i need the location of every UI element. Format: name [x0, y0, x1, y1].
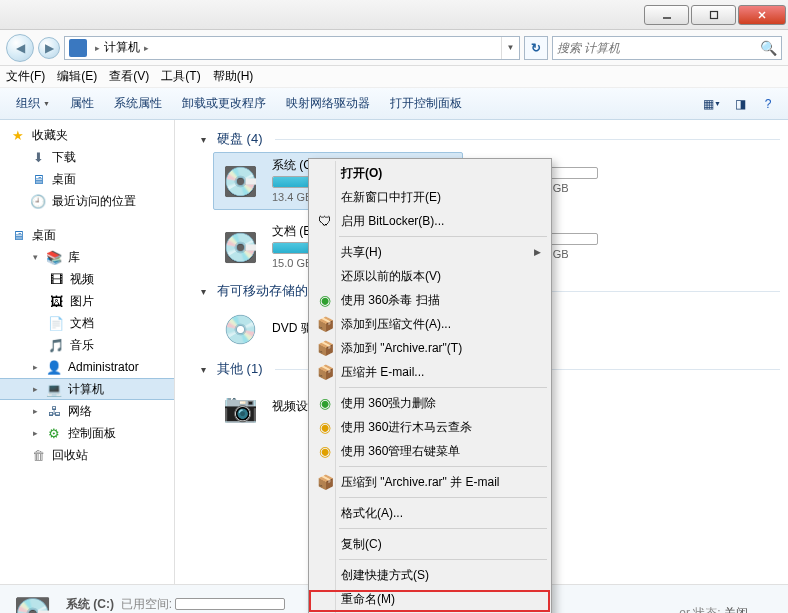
forward-button[interactable]: ▶ [38, 37, 60, 59]
ctx-open-new-window[interactable]: 在新窗口中打开(E) [311, 185, 549, 209]
dvd-icon: 💿 [218, 309, 262, 349]
toolbar-uninstall[interactable]: 卸载或更改程序 [172, 91, 276, 116]
toolbar-properties[interactable]: 属性 [60, 91, 104, 116]
minimize-button[interactable] [644, 5, 689, 25]
ctx-format[interactable]: 格式化(A)... [311, 501, 549, 525]
expand-icon[interactable]: ▸ [30, 406, 40, 416]
user-icon: 👤 [46, 359, 62, 375]
ctx-360-trojan-scan[interactable]: ◉使用 360进行木马云查杀 [311, 415, 549, 439]
video-icon: 🎞 [48, 271, 64, 287]
star-icon: ★ [10, 127, 26, 143]
breadcrumb-computer[interactable]: 计算机 [104, 39, 140, 56]
close-button[interactable] [738, 5, 786, 25]
toolbar-organize[interactable]: 组织▼ [6, 91, 60, 116]
ctx-360-scan[interactable]: ◉使用 360杀毒 扫描 [311, 288, 549, 312]
window-titlebar [0, 0, 788, 30]
computer-icon: 💻 [46, 381, 62, 397]
ctx-copy[interactable]: 复制(C) [311, 532, 549, 556]
menu-help[interactable]: 帮助(H) [213, 68, 254, 85]
navigation-pane: ★收藏夹 ⬇下载 🖥桌面 🕘最近访问的位置 🖥桌面 ▾📚库 🎞视频 🖼图片 📄文… [0, 120, 175, 584]
menu-tools[interactable]: 工具(T) [161, 68, 200, 85]
preview-pane-button[interactable]: ◨ [726, 92, 754, 116]
tree-recycle[interactable]: 🗑回收站 [0, 444, 174, 466]
tree-music[interactable]: 🎵音乐 [0, 334, 174, 356]
webcam-icon: 📷 [218, 387, 262, 427]
hdd-icon: 💽 [218, 227, 262, 267]
address-dropdown[interactable]: ▼ [501, 37, 519, 59]
collapse-icon[interactable]: ▾ [30, 252, 40, 262]
ctx-add-to-archive-rar[interactable]: 📦添加到 "Archive.rar"(T) [311, 336, 549, 360]
navigation-bar: ◀ ▶ ▸计算机▸ ▼ ↻ 🔍 [0, 30, 788, 66]
ctx-compress-to-email[interactable]: 📦压缩到 "Archive.rar" 并 E-mail [311, 470, 549, 494]
tree-administrator[interactable]: ▸👤Administrator [0, 356, 174, 378]
help-button[interactable]: ? [754, 92, 782, 116]
address-bar[interactable]: ▸计算机▸ ▼ [64, 36, 520, 60]
search-box[interactable]: 🔍 [552, 36, 782, 60]
control-panel-icon: ⚙ [46, 425, 62, 441]
download-icon: ⬇ [30, 149, 46, 165]
winrar-icon: 📦 [316, 315, 334, 333]
tree-libraries[interactable]: ▾📚库 [0, 246, 174, 268]
submenu-arrow-icon: ▶ [534, 247, 541, 257]
details-name: 系统 (C:) [66, 597, 114, 611]
360-icon: ◉ [316, 442, 334, 460]
svg-rect-1 [710, 11, 717, 18]
computer-icon [69, 39, 87, 57]
network-icon: 🖧 [46, 403, 62, 419]
hdd-icon: 💽 [218, 161, 262, 201]
collapse-icon[interactable]: ▾ [201, 134, 211, 145]
360-icon: ◉ [316, 394, 334, 412]
shield-icon: 🛡 [316, 212, 334, 230]
hdd-icon: 💽 [10, 592, 54, 614]
ctx-open[interactable]: 打开(O) [311, 161, 549, 185]
tree-computer[interactable]: ▸💻计算机 [0, 378, 174, 400]
expand-icon[interactable]: ▸ [30, 362, 40, 372]
tree-desktop[interactable]: 🖥桌面 [0, 168, 174, 190]
toolbar: 组织▼ 属性 系统属性 卸载或更改程序 映射网络驱动器 打开控制面板 ▦▼ ◨ … [0, 88, 788, 120]
picture-icon: 🖼 [48, 293, 64, 309]
tree-videos[interactable]: 🎞视频 [0, 268, 174, 290]
refresh-button[interactable]: ↻ [524, 36, 548, 60]
library-icon: 📚 [46, 249, 62, 265]
tree-documents[interactable]: 📄文档 [0, 312, 174, 334]
tree-pictures[interactable]: 🖼图片 [0, 290, 174, 312]
tree-downloads[interactable]: ⬇下载 [0, 146, 174, 168]
maximize-button[interactable] [691, 5, 736, 25]
menu-edit[interactable]: 编辑(E) [57, 68, 97, 85]
collapse-icon[interactable]: ▾ [201, 364, 211, 375]
menu-file[interactable]: 文件(F) [6, 68, 45, 85]
ctx-rename[interactable]: 重命名(M) [311, 587, 549, 611]
ctx-bitlocker[interactable]: 🛡启用 BitLocker(B)... [311, 209, 549, 233]
ctx-360-force-delete[interactable]: ◉使用 360强力删除 [311, 391, 549, 415]
view-mode-button[interactable]: ▦▼ [698, 92, 726, 116]
menu-view[interactable]: 查看(V) [109, 68, 149, 85]
toolbar-map-drive[interactable]: 映射网络驱动器 [276, 91, 380, 116]
group-hdd[interactable]: ▾硬盘 (4) [201, 130, 780, 148]
desktop-icon: 🖥 [30, 171, 46, 187]
tree-control-panel[interactable]: ▸⚙控制面板 [0, 422, 174, 444]
context-menu: 打开(O) 在新窗口中打开(E) 🛡启用 BitLocker(B)... 共享(… [308, 158, 552, 613]
expand-icon[interactable]: ▸ [30, 428, 40, 438]
ctx-360-manage-menu[interactable]: ◉使用 360管理右键菜单 [311, 439, 549, 463]
expand-icon[interactable]: ▸ [30, 384, 40, 394]
ctx-compress-email[interactable]: 📦压缩并 E-mail... [311, 360, 549, 384]
tree-desktop-root[interactable]: 🖥桌面 [0, 224, 174, 246]
collapse-icon[interactable]: ▾ [201, 286, 211, 297]
details-usage-bar [175, 598, 285, 610]
ctx-share[interactable]: 共享(H)▶ [311, 240, 549, 264]
ctx-restore-versions[interactable]: 还原以前的版本(V) [311, 264, 549, 288]
desktop-icon: 🖥 [10, 227, 26, 243]
music-icon: 🎵 [48, 337, 64, 353]
toolbar-control-panel[interactable]: 打开控制面板 [380, 91, 472, 116]
menu-bar: 文件(F) 编辑(E) 查看(V) 工具(T) 帮助(H) [0, 66, 788, 88]
toolbar-system-properties[interactable]: 系统属性 [104, 91, 172, 116]
winrar-icon: 📦 [316, 363, 334, 381]
tree-recent[interactable]: 🕘最近访问的位置 [0, 190, 174, 212]
search-icon: 🔍 [760, 40, 777, 56]
ctx-add-archive[interactable]: 📦添加到压缩文件(A)... [311, 312, 549, 336]
search-input[interactable] [557, 41, 760, 55]
tree-favorites[interactable]: ★收藏夹 [0, 124, 174, 146]
back-button[interactable]: ◀ [6, 34, 34, 62]
ctx-create-shortcut[interactable]: 创建快捷方式(S) [311, 563, 549, 587]
tree-network[interactable]: ▸🖧网络 [0, 400, 174, 422]
